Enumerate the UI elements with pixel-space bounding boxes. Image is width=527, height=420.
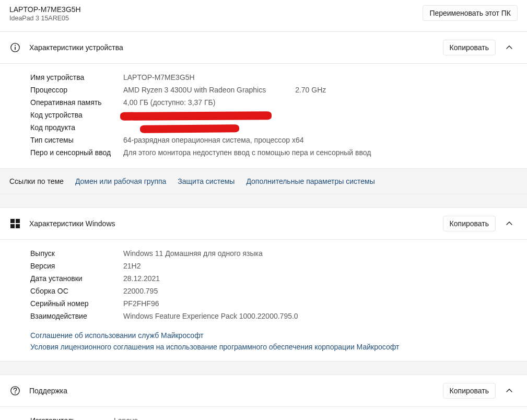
ram-label: Оперативная память — [30, 98, 123, 107]
link-ms-terms[interactable]: Соглашение об использовании служб Майкро… — [30, 330, 518, 341]
edition-label: Выпуск — [30, 249, 123, 258]
section-spacer — [0, 194, 527, 207]
rename-pc-button[interactable]: Переименовать этот ПК — [423, 5, 518, 21]
manufacturer-value: Lenovo — [114, 416, 138, 420]
install-date-value: 28.12.2021 — [123, 274, 160, 283]
related-link-advanced[interactable]: Дополнительные параметры системы — [246, 177, 374, 185]
windows-icon — [9, 218, 21, 229]
info-icon — [9, 42, 21, 53]
svg-rect-6 — [16, 224, 20, 228]
device-name-value: LAPTOP-M7ME3G5H — [123, 73, 195, 81]
windows-spec-section: Характеристики Windows Копировать Выпуск… — [0, 207, 527, 361]
related-links-title: Ссылки по теме — [9, 177, 64, 185]
edition-value: Windows 11 Домашняя для одного языка — [123, 249, 263, 258]
windows-spec-header[interactable]: Характеристики Windows Копировать — [0, 208, 527, 240]
redaction-mark — [140, 124, 239, 133]
redaction-mark — [120, 111, 272, 121]
version-value: 21H2 — [123, 262, 140, 270]
device-spec-collapse-button[interactable] — [501, 39, 518, 56]
processor-frequency: 2.70 GHz — [295, 86, 326, 94]
support-header[interactable]: Поддержка Копировать — [0, 375, 527, 407]
windows-spec-collapse-button[interactable] — [501, 215, 518, 232]
link-ms-license[interactable]: Условия лицензионного соглашения на испо… — [30, 341, 518, 353]
support-copy-button[interactable]: Копировать — [443, 383, 496, 399]
page-header: LAPTOP-M7ME3G5H IdeaPad 3 15ARE05 Переим… — [0, 0, 527, 31]
device-name-label: Имя устройства — [30, 73, 123, 81]
device-id-label: Код устройства — [30, 111, 123, 119]
product-id-label: Код продукта — [30, 123, 123, 132]
chevron-up-icon — [506, 44, 513, 51]
os-build-label: Сборка ОС — [30, 287, 123, 295]
install-date-label: Дата установки — [30, 274, 123, 283]
version-label: Версия — [30, 262, 123, 270]
svg-rect-3 — [10, 219, 15, 223]
chevron-up-icon — [506, 387, 513, 394]
svg-rect-5 — [10, 224, 15, 228]
svg-point-2 — [15, 45, 16, 46]
device-model: IdeaPad 3 15ARE05 — [9, 15, 81, 22]
support-title: Поддержка — [29, 387, 435, 395]
support-collapse-button[interactable] — [501, 382, 518, 399]
chevron-up-icon — [506, 220, 513, 227]
manufacturer-label: Изготовитель — [30, 416, 114, 420]
svg-rect-4 — [16, 219, 20, 223]
device-spec-section: Характеристики устройства Копировать Имя… — [0, 31, 527, 168]
windows-spec-title: Характеристики Windows — [29, 219, 435, 228]
related-link-system-protection[interactable]: Защита системы — [178, 177, 235, 185]
windows-spec-copy-button[interactable]: Копировать — [443, 216, 496, 231]
processor-value: AMD Ryzen 3 4300U with Radeon Graphics — [123, 86, 266, 94]
ram-value: 4,00 ГБ (доступно: 3,37 ГБ) — [123, 98, 215, 107]
device-spec-header[interactable]: Характеристики устройства Копировать — [0, 32, 527, 64]
serial-number-label: Серийный номер — [30, 299, 123, 308]
experience-value: Windows Feature Experience Pack 1000.220… — [123, 312, 298, 320]
os-build-value: 22000.795 — [123, 287, 158, 295]
section-spacer — [0, 361, 527, 375]
device-name: LAPTOP-M7ME3G5H — [9, 5, 81, 14]
device-spec-title: Характеристики устройства — [29, 43, 435, 52]
system-type-label: Тип системы — [30, 136, 123, 144]
pen-touch-value: Для этого монитора недоступен ввод с пом… — [123, 148, 371, 157]
support-section: Поддержка Копировать Изготовитель Lenovo… — [0, 375, 527, 420]
related-links-bar: Ссылки по теме Домен или рабочая группа … — [0, 168, 527, 194]
device-spec-copy-button[interactable]: Копировать — [443, 40, 496, 55]
svg-point-8 — [15, 392, 16, 393]
serial-number-value: PF2FHF96 — [123, 299, 159, 308]
processor-label: Процессор — [30, 86, 123, 94]
help-icon — [9, 385, 21, 396]
pen-touch-label: Перо и сенсорный ввод — [30, 148, 123, 157]
experience-label: Взаимодействие — [30, 312, 123, 320]
related-link-domain[interactable]: Домен или рабочая группа — [75, 177, 166, 185]
svg-rect-1 — [15, 47, 16, 50]
system-type-value: 64-разрядная операционная система, проце… — [123, 136, 304, 144]
